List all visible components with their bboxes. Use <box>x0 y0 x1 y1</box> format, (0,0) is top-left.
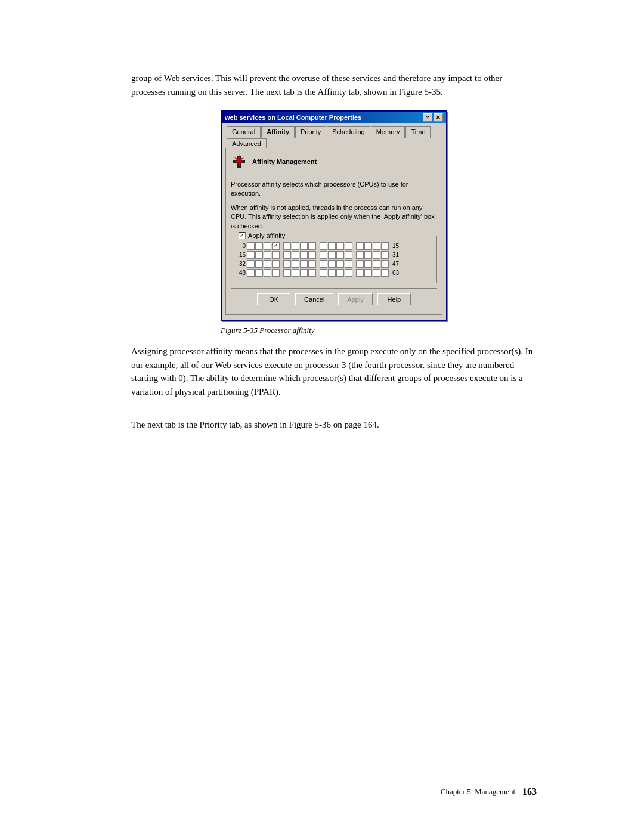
cpu-cb-62[interactable] <box>373 269 380 277</box>
tab-time[interactable]: Time <box>405 126 431 138</box>
cpu-cb-46[interactable] <box>373 260 380 268</box>
cpu-cb-0[interactable] <box>247 242 255 250</box>
cpu-cb-16[interactable] <box>247 251 255 259</box>
cpu-checkboxes-row1 <box>247 242 391 250</box>
tab-scheduling[interactable]: Scheduling <box>327 126 370 138</box>
cpu-label-48: 48 <box>236 270 246 276</box>
cpu-cb-61[interactable] <box>364 269 372 277</box>
cpu-cb-32[interactable] <box>247 260 255 268</box>
apply-affinity-label: Apply affinity <box>248 232 285 239</box>
figure-caption: Figure 5-35 Processor affinity <box>221 326 447 335</box>
cpu-cb-45[interactable] <box>364 260 372 268</box>
cpu-group-5 <box>247 251 280 259</box>
closing-text: Assigning processor affinity means that … <box>131 345 537 398</box>
cpu-cb-60[interactable] <box>356 269 364 277</box>
cpu-cb-34[interactable] <box>264 260 271 268</box>
intro-text: group of Web services. This will prevent… <box>131 72 537 98</box>
cpu-group-6 <box>283 251 316 259</box>
cpu-cb-17[interactable] <box>255 251 263 259</box>
cpu-checkboxes-row3 <box>247 260 391 268</box>
cpu-cb-54[interactable] <box>300 269 308 277</box>
cpu-checkboxes-row4 <box>247 269 391 277</box>
cpu-cb-9[interactable] <box>328 242 336 250</box>
cpu-cb-2[interactable] <box>264 242 271 250</box>
dialog-buttons: OK Cancel Apply Help <box>231 288 437 309</box>
cpu-cb-52[interactable] <box>283 269 291 277</box>
cpu-cb-56[interactable] <box>320 269 327 277</box>
cancel-button[interactable]: Cancel <box>295 293 333 305</box>
cpu-cb-36[interactable] <box>283 260 291 268</box>
cpu-cb-8[interactable] <box>320 242 327 250</box>
titlebar-buttons: ? ✕ <box>423 113 443 122</box>
cpu-cb-58[interactable] <box>336 269 344 277</box>
help-button[interactable]: ? <box>423 113 432 122</box>
cpu-cb-43[interactable] <box>345 260 352 268</box>
tab-priority[interactable]: Priority <box>295 126 326 138</box>
cpu-cb-51[interactable] <box>272 269 280 277</box>
panel-header-text: Affinity Management <box>252 158 317 165</box>
cpu-cb-47[interactable] <box>381 260 389 268</box>
cpu-cb-26[interactable] <box>336 251 344 259</box>
cpu-row-32-47: 32 <box>236 260 432 268</box>
cpu-cb-23[interactable] <box>308 251 316 259</box>
cpu-cb-4[interactable] <box>283 242 291 250</box>
cpu-cb-57[interactable] <box>328 269 336 277</box>
cpu-cb-59[interactable] <box>345 269 352 277</box>
cpu-cb-19[interactable] <box>272 251 280 259</box>
cpu-cb-35[interactable] <box>272 260 280 268</box>
apply-button[interactable]: Apply <box>338 293 373 305</box>
cpu-cb-10[interactable] <box>336 242 344 250</box>
cpu-cb-29[interactable] <box>364 251 372 259</box>
cpu-cb-37[interactable] <box>292 260 299 268</box>
tab-affinity[interactable]: Affinity <box>261 126 295 138</box>
cpu-cb-39[interactable] <box>308 260 316 268</box>
cpu-cb-48[interactable] <box>247 269 255 277</box>
help-dialog-button[interactable]: Help <box>377 293 411 305</box>
cpu-cb-50[interactable] <box>264 269 271 277</box>
cpu-cb-24[interactable] <box>320 251 327 259</box>
cpu-cb-30[interactable] <box>373 251 380 259</box>
cpu-cb-41[interactable] <box>328 260 336 268</box>
cpu-cb-49[interactable] <box>255 269 263 277</box>
cpu-cb-6[interactable] <box>300 242 308 250</box>
cpu-group-11 <box>320 260 352 268</box>
cpu-cb-42[interactable] <box>336 260 344 268</box>
cpu-group-4 <box>356 242 389 250</box>
cpu-cb-1[interactable] <box>255 242 263 250</box>
page-number: 163 <box>522 786 537 797</box>
cpu-cb-14[interactable] <box>373 242 380 250</box>
cpu-cb-13[interactable] <box>364 242 372 250</box>
cpu-cb-33[interactable] <box>255 260 263 268</box>
cpu-cb-38[interactable] <box>300 260 308 268</box>
cpu-cb-21[interactable] <box>292 251 299 259</box>
cpu-cb-55[interactable] <box>308 269 316 277</box>
cpu-cb-22[interactable] <box>300 251 308 259</box>
cpu-cb-15[interactable] <box>381 242 389 250</box>
apply-affinity-checkbox[interactable]: ✓ <box>239 232 246 239</box>
cpu-cb-44[interactable] <box>356 260 364 268</box>
affinity-legend: ✓ Apply affinity <box>236 232 287 239</box>
cpu-cb-12[interactable] <box>356 242 364 250</box>
page-footer: Chapter 5. Management 163 <box>441 786 537 797</box>
cpu-cb-7[interactable] <box>308 242 316 250</box>
close-button[interactable]: ✕ <box>434 113 443 122</box>
cpu-cb-3[interactable] <box>272 242 280 250</box>
cpu-cb-5[interactable] <box>292 242 299 250</box>
chapter-label: Chapter 5. Management <box>441 787 515 797</box>
tab-advanced[interactable]: Advanced <box>227 138 267 148</box>
cpu-cb-20[interactable] <box>283 251 291 259</box>
cpu-cb-28[interactable] <box>356 251 364 259</box>
cpu-cb-27[interactable] <box>345 251 352 259</box>
tab-general[interactable]: General <box>227 126 261 138</box>
ok-button[interactable]: OK <box>257 293 290 305</box>
cpu-cb-25[interactable] <box>328 251 336 259</box>
cpu-cb-63[interactable] <box>381 269 389 277</box>
cpu-group-2 <box>283 242 316 250</box>
tab-bar: General Affinity Priority Scheduling Mem… <box>225 126 442 148</box>
tab-memory[interactable]: Memory <box>371 126 405 138</box>
cpu-cb-53[interactable] <box>292 269 299 277</box>
cpu-cb-18[interactable] <box>264 251 271 259</box>
cpu-cb-11[interactable] <box>345 242 352 250</box>
cpu-cb-31[interactable] <box>381 251 389 259</box>
cpu-cb-40[interactable] <box>320 260 327 268</box>
